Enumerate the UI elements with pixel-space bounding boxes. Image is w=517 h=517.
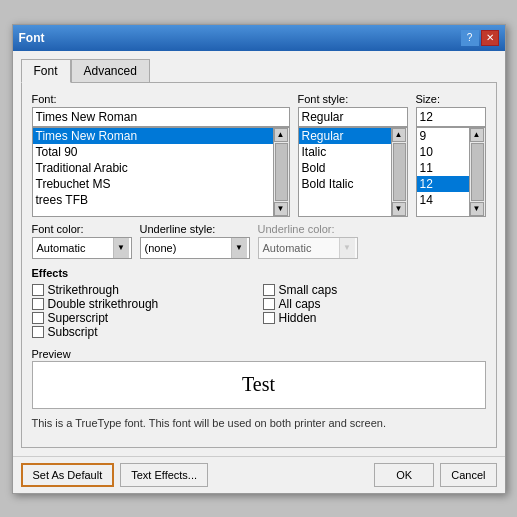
list-item[interactable]: 9 xyxy=(417,128,469,144)
font-color-dropdown[interactable]: Automatic ▼ xyxy=(32,237,132,259)
underline-style-value: (none) xyxy=(143,242,231,254)
scroll-thumb[interactable] xyxy=(275,143,288,201)
preview-box: Test xyxy=(32,361,486,409)
subscript-row: Subscript xyxy=(32,325,255,339)
preview-text: Test xyxy=(242,373,275,396)
dialog-title: Font xyxy=(19,31,45,45)
font-style-label: Font style: xyxy=(298,93,408,105)
double-strikethrough-label: Double strikethrough xyxy=(48,297,159,311)
style-scrollbar[interactable]: ▲ ▼ xyxy=(392,127,408,217)
scroll-thumb[interactable] xyxy=(471,143,484,201)
effects-label: Effects xyxy=(32,267,486,279)
strikethrough-row: Strikethrough xyxy=(32,283,255,297)
strikethrough-checkbox[interactable] xyxy=(32,284,44,296)
text-effects-button[interactable]: Text Effects... xyxy=(120,463,208,487)
list-item[interactable]: Times New Roman xyxy=(33,128,273,144)
list-item[interactable]: trees TFB xyxy=(33,192,273,208)
font-column: Font: Times New Roman Total 90 Tradition… xyxy=(32,93,290,217)
font-style-column: Font style: Regular Italic Bold Bold Ita… xyxy=(298,93,408,217)
underline-color-arrow: ▼ xyxy=(339,238,355,258)
list-item[interactable]: Trebuchet MS xyxy=(33,176,273,192)
tab-font[interactable]: Font xyxy=(21,59,71,83)
tab-content-font: Font: Times New Roman Total 90 Tradition… xyxy=(21,82,497,448)
all-caps-row: All caps xyxy=(263,297,486,311)
list-item[interactable]: Italic xyxy=(299,144,391,160)
set-default-button[interactable]: Set As Default xyxy=(21,463,115,487)
underline-style-dropdown[interactable]: (none) ▼ xyxy=(140,237,250,259)
list-item[interactable]: 11 xyxy=(417,160,469,176)
effects-left: Strikethrough Double strikethrough Super… xyxy=(32,283,255,339)
ok-button[interactable]: OK xyxy=(374,463,434,487)
size-list-container: 9 10 11 12 14 ▲ ▼ xyxy=(416,127,486,217)
underline-color-container: Underline color: Automatic ▼ xyxy=(258,223,358,259)
all-caps-checkbox[interactable] xyxy=(263,298,275,310)
font-style-input[interactable] xyxy=(298,107,408,127)
superscript-checkbox[interactable] xyxy=(32,312,44,324)
size-scrollbar[interactable]: ▲ ▼ xyxy=(470,127,486,217)
double-strikethrough-checkbox[interactable] xyxy=(32,298,44,310)
scroll-up-btn[interactable]: ▲ xyxy=(470,128,484,142)
list-item[interactable]: 10 xyxy=(417,144,469,160)
footer-left: Set As Default Text Effects... xyxy=(21,463,369,487)
font-input[interactable] xyxy=(32,107,290,127)
font-scrollbar[interactable]: ▲ ▼ xyxy=(274,127,290,217)
footer-right: OK Cancel xyxy=(374,463,496,487)
font-size-label: Size: xyxy=(416,93,486,105)
close-button[interactable]: ✕ xyxy=(481,30,499,46)
list-item[interactable]: Regular xyxy=(299,128,391,144)
scroll-down-btn[interactable]: ▼ xyxy=(392,202,406,216)
list-item[interactable]: Total 90 xyxy=(33,144,273,160)
underline-style-label: Underline style: xyxy=(140,223,250,235)
scroll-up-btn[interactable]: ▲ xyxy=(392,128,406,142)
dialog-footer: Set As Default Text Effects... OK Cancel xyxy=(13,456,505,493)
font-size-list[interactable]: 9 10 11 12 14 xyxy=(416,127,470,217)
list-item[interactable]: Bold xyxy=(299,160,391,176)
all-caps-label: All caps xyxy=(279,297,321,311)
list-item[interactable]: Traditional Arabic xyxy=(33,160,273,176)
superscript-row: Superscript xyxy=(32,311,255,325)
hidden-checkbox[interactable] xyxy=(263,312,275,324)
hidden-row: Hidden xyxy=(263,311,486,325)
tab-bar: Font Advanced xyxy=(21,59,497,83)
font-style-size-row: Font: Times New Roman Total 90 Tradition… xyxy=(32,93,486,217)
underline-color-dropdown[interactable]: Automatic ▼ xyxy=(258,237,358,259)
font-label: Font: xyxy=(32,93,290,105)
underline-color-label: Underline color: xyxy=(258,223,358,235)
help-button[interactable]: ? xyxy=(461,30,479,46)
preview-section: Preview Test xyxy=(32,347,486,409)
font-list[interactable]: Times New Roman Total 90 Traditional Ara… xyxy=(32,127,274,217)
scroll-thumb[interactable] xyxy=(393,143,406,201)
scroll-up-btn[interactable]: ▲ xyxy=(274,128,288,142)
font-color-label: Font color: xyxy=(32,223,132,235)
preview-label: Preview xyxy=(32,348,71,360)
font-size-input[interactable] xyxy=(416,107,486,127)
title-controls: ? ✕ xyxy=(461,30,499,46)
font-style-list[interactable]: Regular Italic Bold Bold Italic xyxy=(298,127,392,217)
scroll-down-btn[interactable]: ▼ xyxy=(274,202,288,216)
info-text: This is a TrueType font. This font will … xyxy=(32,417,486,429)
scroll-down-btn[interactable]: ▼ xyxy=(470,202,484,216)
list-item[interactable]: Bold Italic xyxy=(299,176,391,192)
strikethrough-label: Strikethrough xyxy=(48,283,119,297)
effects-grid: Strikethrough Double strikethrough Super… xyxy=(32,283,486,339)
font-color-container: Font color: Automatic ▼ xyxy=(32,223,132,259)
superscript-label: Superscript xyxy=(48,311,109,325)
small-caps-row: Small caps xyxy=(263,283,486,297)
font-color-arrow[interactable]: ▼ xyxy=(113,238,129,258)
cancel-button[interactable]: Cancel xyxy=(440,463,496,487)
underline-style-arrow[interactable]: ▼ xyxy=(231,238,247,258)
effects-section: Effects Strikethrough Double strikethrou… xyxy=(32,267,486,339)
title-bar: Font ? ✕ xyxy=(13,25,505,51)
effects-right: Small caps All caps Hidden xyxy=(263,283,486,339)
dialog-body: Font Advanced Font: Times New Roman Tota… xyxy=(13,51,505,456)
list-item[interactable]: 14 xyxy=(417,192,469,208)
color-underline-row: Font color: Automatic ▼ Underline style:… xyxy=(32,223,486,259)
underline-color-value: Automatic xyxy=(261,242,339,254)
style-list-container: Regular Italic Bold Bold Italic ▲ ▼ xyxy=(298,127,408,217)
font-color-value: Automatic xyxy=(35,242,113,254)
tab-advanced[interactable]: Advanced xyxy=(71,59,150,83)
double-strikethrough-row: Double strikethrough xyxy=(32,297,255,311)
list-item[interactable]: 12 xyxy=(417,176,469,192)
subscript-checkbox[interactable] xyxy=(32,326,44,338)
small-caps-checkbox[interactable] xyxy=(263,284,275,296)
